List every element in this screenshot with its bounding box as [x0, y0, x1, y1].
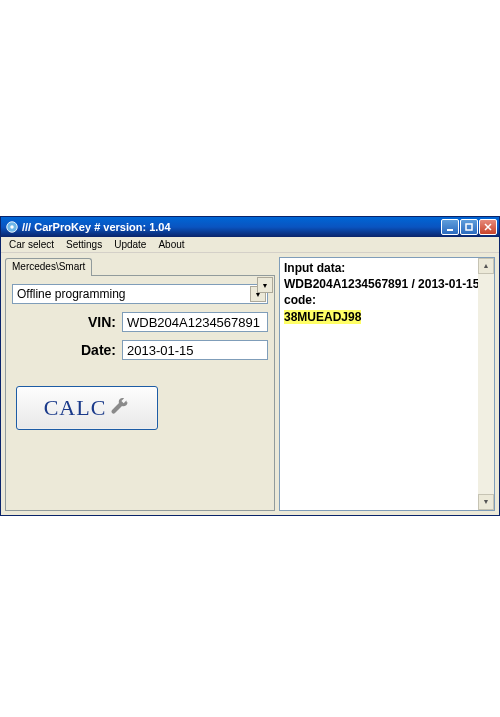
- svg-point-1: [10, 225, 14, 229]
- titlebar[interactable]: /// CarProKey # version: 1.04: [1, 217, 499, 237]
- svg-rect-2: [447, 229, 453, 231]
- output-line: Input data:: [284, 260, 490, 276]
- output-code-highlight: 38MUEADJ98: [284, 310, 361, 324]
- app-icon: [5, 220, 19, 234]
- tab-mercedes-smart[interactable]: Mercedes\Smart: [5, 258, 92, 276]
- date-input[interactable]: 2013-01-15 ▼: [122, 340, 268, 360]
- app-window: /// CarProKey # version: 1.04 Car select…: [0, 216, 500, 516]
- tab-row: Mercedes\Smart: [5, 257, 275, 275]
- vin-input-value: WDB204A1234567891: [127, 315, 260, 330]
- vin-label: VIN:: [12, 314, 122, 330]
- menubar: Car select Settings Update About: [1, 237, 499, 253]
- scroll-up-button[interactable]: ▲: [478, 258, 494, 274]
- output-line: WDB204A1234567891 / 2013-01-15: [284, 276, 490, 292]
- content-area: Mercedes\Smart Offline programming ▼ VIN…: [1, 253, 499, 515]
- mode-select-value: Offline programming: [17, 287, 126, 301]
- scroll-track[interactable]: [478, 274, 494, 494]
- output-line: 38MUEADJ98: [284, 309, 490, 325]
- maximize-button[interactable]: [460, 219, 478, 235]
- vertical-scrollbar[interactable]: ▲ ▼: [478, 258, 494, 510]
- minimize-button[interactable]: [441, 219, 459, 235]
- right-panel: Input data: WDB204A1234567891 / 2013-01-…: [279, 253, 499, 515]
- date-label: Date:: [12, 342, 122, 358]
- vin-row: VIN: WDB204A1234567891: [12, 312, 268, 332]
- mode-select[interactable]: Offline programming ▼: [12, 284, 268, 304]
- menu-car-select[interactable]: Car select: [3, 238, 60, 251]
- vin-input[interactable]: WDB204A1234567891: [122, 312, 268, 332]
- date-row: Date: 2013-01-15 ▼: [12, 340, 268, 360]
- wrench-icon: [110, 398, 130, 418]
- calc-button[interactable]: CALC: [16, 386, 158, 430]
- close-button[interactable]: [479, 219, 497, 235]
- menu-about[interactable]: About: [152, 238, 190, 251]
- output-textarea[interactable]: Input data: WDB204A1234567891 / 2013-01-…: [279, 257, 495, 511]
- tab-body: Offline programming ▼ VIN: WDB204A123456…: [5, 275, 275, 511]
- calc-button-label: CALC: [44, 395, 107, 421]
- scroll-down-button[interactable]: ▼: [478, 494, 494, 510]
- window-controls: [441, 219, 497, 235]
- left-panel: Mercedes\Smart Offline programming ▼ VIN…: [1, 253, 279, 515]
- output-line: code:: [284, 292, 490, 308]
- menu-settings[interactable]: Settings: [60, 238, 108, 251]
- date-dropdown-icon[interactable]: ▼: [257, 277, 273, 293]
- date-input-value: 2013-01-15: [127, 343, 194, 358]
- window-title: /// CarProKey # version: 1.04: [22, 221, 441, 233]
- svg-rect-3: [466, 224, 472, 230]
- menu-update[interactable]: Update: [108, 238, 152, 251]
